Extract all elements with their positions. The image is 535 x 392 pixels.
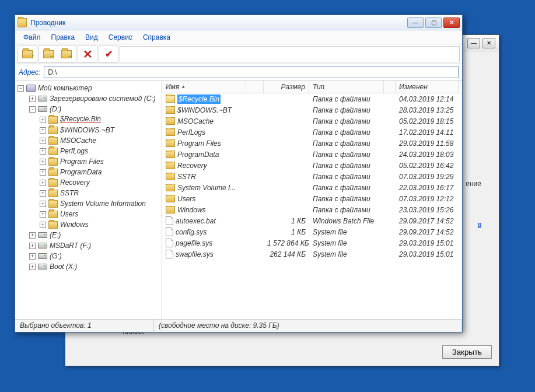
expander-icon[interactable]: +	[29, 96, 36, 102]
col-modified[interactable]: Изменен	[396, 80, 459, 93]
cell-type: Папка с файлами	[309, 195, 384, 203]
expander-icon[interactable]: +	[40, 190, 46, 197]
col-sep1[interactable]	[246, 80, 264, 93]
tree-label: PerfLogs	[60, 147, 88, 155]
file-name: pagefile.sys	[176, 239, 212, 247]
expander-icon[interactable]: −	[18, 85, 24, 92]
cell-name: Program Files	[162, 139, 246, 148]
expander-icon[interactable]: +	[40, 159, 46, 165]
bg-close-dialog-button[interactable]: Закрыть	[442, 345, 492, 359]
list-row[interactable]: System Volume I...Папка с файлами22.03.2…	[162, 182, 462, 193]
folder-icon	[166, 95, 175, 103]
list-row[interactable]: RecoveryПапка с файлами05.02.2019 16:42	[162, 160, 462, 171]
tree-node[interactable]: +Users	[16, 209, 160, 219]
tree-node[interactable]: +ProgramData	[16, 167, 160, 177]
delete-button[interactable]: ✕	[79, 47, 96, 62]
expander-icon[interactable]: +	[29, 253, 36, 260]
list-row[interactable]: Program FilesПапка с файлами29.03.2019 1…	[162, 138, 462, 149]
list-row[interactable]: MSOCacheПапка с файлами05.02.2019 18:15	[162, 116, 462, 127]
tree-node[interactable]: +SSTR	[16, 188, 160, 198]
check-button[interactable]: ✔	[100, 47, 117, 62]
col-sep2[interactable]	[384, 80, 396, 93]
tree-node[interactable]: +Зарезервировано системой (C:)	[16, 93, 160, 104]
menu-service[interactable]: Сервис	[104, 32, 137, 43]
list-row[interactable]: $Recycle.BinПапка с файлами04.03.2019 12…	[162, 93, 462, 104]
folder-icon	[166, 162, 175, 169]
menu-view[interactable]: Вид	[81, 32, 103, 43]
tree-node[interactable]: +$WINDOWS.~BT	[16, 125, 160, 135]
expander-icon[interactable]: +	[40, 211, 46, 218]
tree-root[interactable]: − Мой компьютер	[16, 83, 160, 93]
tree-node[interactable]: -(D:)	[16, 104, 160, 114]
menu-edit[interactable]: Правка	[47, 32, 80, 43]
file-list[interactable]: Имя▲ Размер Тип Изменен $Recycle.BinПапк…	[162, 80, 462, 319]
expander-icon[interactable]: +	[40, 180, 46, 186]
close-button[interactable]: ✕	[443, 18, 460, 28]
menu-help[interactable]: Справка	[138, 32, 175, 43]
col-name[interactable]: Имя▲	[162, 80, 246, 93]
list-row[interactable]: ProgramDataПапка с файлами24.03.2019 18:…	[162, 149, 462, 160]
tree-node[interactable]: +Boot (X:)	[16, 261, 160, 272]
cell-size: 1 КБ	[264, 217, 309, 225]
folder-icon	[48, 137, 58, 145]
list-row[interactable]: swapfile.sys262 144 КБSystem file29.03.2…	[162, 249, 462, 260]
col-type[interactable]: Тип	[309, 80, 384, 93]
list-row[interactable]: UsersПапка с файлами07.03.2019 12:12	[162, 193, 462, 204]
expander-icon[interactable]: +	[40, 138, 46, 144]
tree-node[interactable]: +$Recycle.Bin	[16, 114, 160, 125]
list-row[interactable]: PerfLogsПапка с файлами17.02.2019 14:11	[162, 127, 462, 138]
col-size[interactable]: Размер	[264, 80, 309, 93]
tree-node[interactable]: +Recovery	[16, 177, 160, 188]
bg-close-button[interactable]: ✕	[482, 38, 495, 48]
list-row[interactable]: SSTRПапка с файлами07.03.2019 19:29	[162, 171, 462, 182]
cell-type: Папка с файлами	[309, 117, 384, 125]
folder-back-button[interactable]: ←	[40, 47, 57, 62]
tree-label: SSTR	[60, 189, 79, 197]
list-row[interactable]: config.sys1 КБSystem file29.09.2017 14:5…	[162, 226, 462, 237]
list-row[interactable]: WindowsПапка с файлами23.03.2019 15:26	[162, 204, 462, 215]
tree-node[interactable]: +MSOCache	[16, 135, 160, 146]
tree-node[interactable]: +(G:)	[16, 251, 160, 261]
tree-node[interactable]: +Program Files	[16, 156, 160, 167]
menu-file[interactable]: Файл	[19, 32, 46, 43]
tree-node[interactable]: +Windows	[16, 219, 160, 230]
folder-icon	[166, 139, 175, 147]
folder-tree[interactable]: − Мой компьютер +Зарезервировано системо…	[15, 80, 162, 319]
bg-minimize-button[interactable]: —	[467, 38, 480, 48]
tree-node[interactable]: +(E:)	[16, 230, 160, 240]
tree-node[interactable]: +MSDaRT (F:)	[16, 240, 160, 251]
expander-icon[interactable]: +	[40, 117, 46, 123]
list-row[interactable]: autoexec.bat1 КБWindows Batch File29.09.…	[162, 215, 462, 226]
maximize-button[interactable]: ▢	[425, 18, 442, 28]
list-header: Имя▲ Размер Тип Изменен	[162, 80, 462, 93]
minimize-button[interactable]: —	[407, 18, 424, 28]
address-input[interactable]	[44, 66, 459, 78]
folder-up-button[interactable]: ↑	[19, 47, 36, 62]
expander-icon[interactable]: +	[29, 264, 36, 270]
titlebar[interactable]: Проводник — ▢ ✕	[15, 15, 462, 30]
list-row[interactable]: $WINDOWS.~BTПапка с файлами28.03.2019 13…	[162, 104, 462, 116]
tree-node[interactable]: +System Volume Information	[16, 198, 160, 209]
expander-icon[interactable]: +	[40, 201, 46, 207]
cell-type: System file	[309, 250, 384, 258]
expander-icon[interactable]: +	[40, 222, 46, 228]
tree-label: $Recycle.Bin	[60, 116, 101, 123]
cell-type: Папка с файлами	[309, 184, 384, 192]
folder-forward-button[interactable]: →	[58, 47, 75, 62]
bg-text-fragment: ение	[466, 180, 481, 188]
expander-icon[interactable]: +	[40, 148, 46, 155]
file-name: Windows	[177, 206, 206, 214]
expander-icon[interactable]: +	[40, 169, 46, 176]
expander-icon[interactable]: +	[40, 127, 46, 134]
expander-icon[interactable]: -	[29, 106, 36, 113]
expander-icon[interactable]: +	[29, 243, 36, 249]
expander-icon[interactable]: +	[29, 232, 36, 239]
drive-icon	[38, 243, 47, 249]
bg-link-fragment[interactable]: в	[478, 220, 481, 229]
tree-node[interactable]: +PerfLogs	[16, 146, 160, 156]
drive-icon	[38, 232, 47, 238]
cell-type: Папка с файлами	[309, 206, 384, 214]
cell-modified: 07.03.2019 19:29	[396, 173, 459, 181]
explorer-window: Проводник — ▢ ✕ Файл Правка Вид Сервис С…	[15, 15, 463, 332]
list-row[interactable]: pagefile.sys1 572 864 КБSystem file29.03…	[162, 237, 462, 249]
